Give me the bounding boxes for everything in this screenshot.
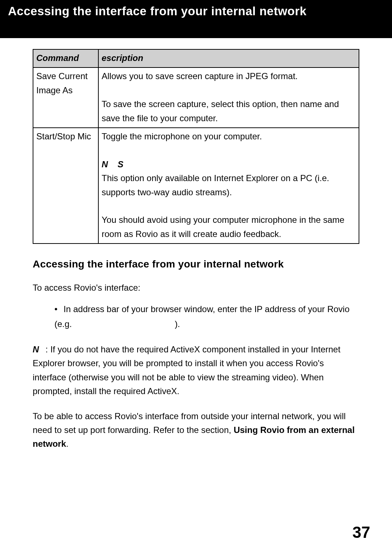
bullet-text: In address bar of your browser window, e… (64, 304, 350, 314)
desc-text: Toggle the microphone on your computer. (102, 131, 262, 141)
desc-text: This option only available on Internet E… (102, 173, 329, 197)
header-bar: Accessing the interface from your intern… (0, 0, 392, 38)
note-lead: N (33, 344, 45, 354)
section-heading: Accessing the interface from your intern… (33, 258, 359, 270)
desc-text: You should avoid using your computer mic… (102, 215, 344, 238)
th-command: Command (33, 49, 98, 68)
desc-text: Allows you to save screen capture in JPE… (102, 71, 298, 81)
note-paragraph: N: If you do not have the required Activ… (33, 343, 359, 398)
page: Accessing the interface from your intern… (0, 0, 392, 556)
cell-command: Start/Stop Mic (33, 128, 98, 244)
bullet-list: In address bar of your browser window, e… (33, 302, 359, 332)
desc-text: To save the screen capture, select this … (102, 99, 339, 123)
cell-description: Allows you to save screen capture in JPE… (98, 68, 359, 128)
command-table: Command escription Save Current Image As… (33, 49, 359, 244)
intro-text: To access Rovio's interface: (33, 281, 359, 295)
closing-text: . (66, 439, 69, 449)
th-description: escription (98, 49, 359, 68)
bullet-text: ). (175, 319, 180, 329)
table-row: Start/Stop Mic Toggle the microphone on … (33, 128, 359, 244)
page-number: 37 (352, 523, 370, 541)
table-header-row: Command escription (33, 49, 359, 68)
cell-description: Toggle the microphone on your computer. … (98, 128, 359, 244)
table-row: Save Current Image As Allows you to save… (33, 68, 359, 128)
bullet-text: (e.g. (54, 319, 72, 329)
page-title: Accessing the interface from your intern… (8, 4, 384, 18)
closing-paragraph: To be able to access Rovio's interface f… (33, 409, 359, 451)
note-body: : If you do not have the required Active… (33, 344, 340, 396)
content-area: Command escription Save Current Image As… (0, 38, 392, 451)
note-lead: N S (102, 159, 127, 169)
cell-command: Save Current Image As (33, 68, 98, 128)
list-item: In address bar of your browser window, e… (54, 302, 359, 332)
